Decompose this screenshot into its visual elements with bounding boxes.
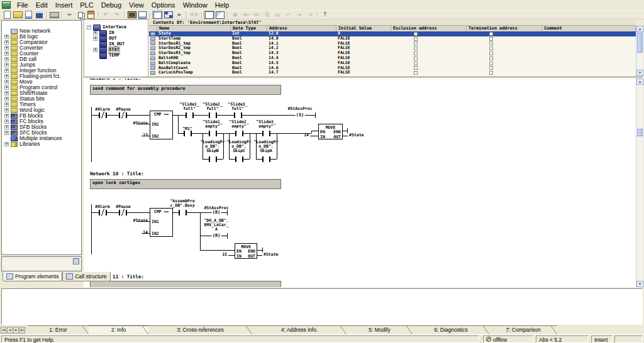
- scroll-up-button[interactable]: ▲: [636, 26, 643, 32]
- expander-icon[interactable]: +: [4, 35, 9, 39]
- tab-4-address-info[interactable]: 4: Address info.: [252, 325, 347, 334]
- cell-type[interactable]: Bool: [230, 36, 267, 41]
- network-comment[interactable]: open lock cartiges: [90, 179, 281, 189]
- cell-type[interactable]: Bool: [230, 51, 267, 56]
- table-row[interactable]: ResBeltCountBool14.6FALSE: [149, 66, 636, 71]
- expander-icon[interactable]: +: [4, 80, 9, 84]
- column-header-name[interactable]: Name: [157, 26, 231, 31]
- termination-checkbox[interactable]: [489, 32, 493, 36]
- expander-icon[interactable]: +: [4, 102, 9, 107]
- sidebar-item-new-network[interactable]: New network: [2, 28, 81, 34]
- scrollbar-thumb[interactable]: [637, 129, 643, 136]
- copy-icon[interactable]: [75, 11, 86, 19]
- sidebar-item-status-bits[interactable]: +Status bits: [2, 96, 81, 102]
- expander-icon[interactable]: +: [4, 114, 9, 118]
- termination-checkbox[interactable]: [489, 37, 493, 41]
- network-view-icon[interactable]: [204, 11, 214, 19]
- cell-address[interactable]: 14.1: [267, 41, 336, 46]
- contact-nc-symbol[interactable]: [99, 112, 107, 118]
- expander-icon[interactable]: +: [93, 31, 97, 35]
- termination-checkbox[interactable]: [489, 62, 493, 65]
- tab-scroll-last-button[interactable]: ▸|: [19, 327, 25, 334]
- tab-scroll-left-button[interactable]: ◂: [7, 327, 13, 334]
- sidebar-item-floating-point-fct[interactable]: +Floating-point fct.: [2, 74, 81, 79]
- cell-address[interactable]: 14.4: [267, 56, 336, 61]
- operand-label[interactable]: "LoadingPr o_DB". SkipB: [200, 140, 225, 153]
- column-header-comment[interactable]: Comment: [542, 26, 636, 31]
- operand-label[interactable]: #Alarm: [95, 107, 109, 112]
- contact-no-symbol[interactable]: [186, 112, 194, 118]
- table-row[interactable]: StarDosR3_tmpBool14.3FALSE: [149, 51, 636, 56]
- contact-nc-symbol[interactable]: [119, 210, 127, 215]
- table-scrollbar[interactable]: ▲ ▼: [636, 26, 643, 76]
- interface-item-out[interactable]: +OUT: [84, 36, 148, 41]
- network-header[interactable]: Network 10 : Title:: [90, 172, 144, 177]
- compare-box[interactable]: CMP == IN1 IN2: [150, 111, 173, 139]
- operand-label[interactable]: 15: [222, 253, 227, 257]
- operand-label[interactable]: #StAssProc: [287, 107, 312, 111]
- contact-no-symbol[interactable]: [235, 156, 243, 162]
- coil-set[interactable]: (S): [296, 112, 305, 118]
- menu-view[interactable]: View: [125, 0, 148, 10]
- column-header-address[interactable]: Address: [267, 26, 336, 31]
- new-icon[interactable]: [2, 11, 13, 19]
- tab-program-elements[interactable]: Program elements: [3, 272, 62, 281]
- cell-initial[interactable]: 0: [336, 31, 391, 36]
- column-header-exclusion-address[interactable]: Exclusion address: [391, 26, 467, 31]
- exclusion-checkbox[interactable]: [414, 71, 418, 75]
- contact-no-symbol[interactable]: [234, 112, 242, 118]
- interface-item-interface[interactable]: -Interface: [84, 24, 148, 30]
- operand-label[interactable]: "Slide3_ full": [228, 102, 247, 111]
- expander-icon[interactable]: +: [4, 52, 9, 56]
- contact-no-symbol[interactable]: [209, 131, 217, 136]
- go-online-icon[interactable]: [126, 11, 137, 19]
- help-icon[interactable]: ?: [319, 11, 330, 19]
- scroll-up-button[interactable]: ▲: [636, 79, 643, 85]
- cell-type[interactable]: Bool: [230, 70, 267, 75]
- cell-initial[interactable]: FALSE: [336, 51, 391, 56]
- expander-icon[interactable]: +: [4, 46, 9, 50]
- expander-icon[interactable]: +: [4, 91, 9, 95]
- tab-5-modify[interactable]: 5: Modify: [347, 325, 413, 334]
- termination-checkbox[interactable]: [489, 52, 493, 55]
- operand-label[interactable]: 14: [304, 133, 309, 138]
- monitor-glasses-icon[interactable]: ∞: [174, 11, 184, 19]
- operand-label[interactable]: #State: [349, 133, 364, 138]
- exclusion-checkbox[interactable]: [414, 57, 418, 60]
- cell-address[interactable]: 12.0: [267, 31, 336, 36]
- interface-item-temp[interactable]: TEMP: [84, 53, 148, 58]
- open-icon[interactable]: [13, 11, 23, 19]
- cell-type[interactable]: Bool: [230, 46, 267, 51]
- cell-type[interactable]: Bool: [230, 61, 267, 66]
- termination-checkbox[interactable]: [489, 71, 493, 75]
- cell-address[interactable]: 14.7: [267, 70, 336, 75]
- cell-initial[interactable]: FALSE: [336, 56, 391, 61]
- exclusion-checkbox[interactable]: [414, 41, 418, 45]
- move-box[interactable]: MOVE EN ENO IN OUT: [235, 243, 257, 259]
- tab-7-comparison[interactable]: 7: Comparison: [489, 325, 557, 334]
- network-comment[interactable]: [90, 281, 281, 287]
- sidebar-item-libraries[interactable]: +Libraries: [2, 141, 81, 147]
- exclusion-checkbox[interactable]: [414, 32, 418, 36]
- expander-icon[interactable]: +: [4, 68, 9, 73]
- exclusion-checkbox[interactable]: [414, 52, 418, 55]
- sidebar-item-converter[interactable]: +Converter: [2, 45, 81, 51]
- cell-address[interactable]: 14.6: [267, 66, 336, 71]
- cell-address[interactable]: 14.0: [267, 36, 336, 41]
- table-row[interactable]: StarDosR2_tmpBool14.2FALSE: [149, 46, 636, 51]
- table-row[interactable]: StarDosR1_tmpBool14.1FALSE: [149, 41, 636, 46]
- termination-checkbox[interactable]: [489, 66, 493, 70]
- compare-box[interactable]: CMP == IN1 IN2: [150, 208, 173, 237]
- menu-file[interactable]: File: [13, 0, 32, 10]
- operand-label[interactable]: "Slide1_ empty": [203, 120, 222, 129]
- tab-3-cross-references[interactable]: 3: Cross-references: [148, 325, 252, 334]
- contact-no-symbol[interactable]: [262, 156, 270, 162]
- save-icon[interactable]: [34, 11, 45, 19]
- expander-icon[interactable]: +: [4, 57, 9, 62]
- expander-icon[interactable]: +: [4, 74, 9, 79]
- scrollbar-thumb[interactable]: [637, 33, 643, 53]
- cell-initial[interactable]: FALSE: [336, 61, 391, 66]
- cell-initial[interactable]: FALSE: [336, 46, 391, 51]
- cell-name[interactable]: State: [157, 31, 230, 36]
- expander-icon[interactable]: +: [4, 131, 9, 135]
